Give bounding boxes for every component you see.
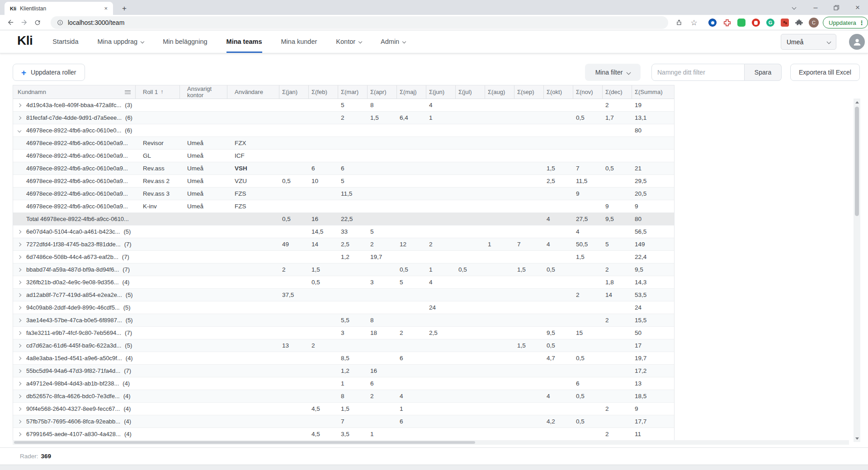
back-button[interactable] <box>4 16 17 29</box>
window-restore-button[interactable] <box>826 0 847 15</box>
vertical-scrollbar-thumb[interactable] <box>855 107 859 216</box>
row-expander[interactable] <box>13 365 25 377</box>
client-name[interactable]: 4a8e3aba-15ed-4541-a9e6-a50c9f...(4) <box>25 352 136 364</box>
horizontal-scrollbar-thumb[interactable] <box>14 441 475 444</box>
column-header-summa[interactable]: Σ(Summa) <box>632 85 675 99</box>
nav-item-admin[interactable]: Admin <box>381 30 406 53</box>
row-expander[interactable] <box>13 263 25 276</box>
window-close-button[interactable]: × <box>847 0 868 15</box>
chrome-update-button[interactable]: Uppdatera ⋮ <box>823 17 868 28</box>
evernote-extension-icon[interactable] <box>735 15 748 30</box>
vertical-scrollbar[interactable] <box>854 99 860 442</box>
column-header-kontor[interactable]: Ansvarigt kontor <box>180 85 227 99</box>
client-name[interactable]: 81fecfaf-c7de-4dde-9d91-d7a5eee...(6) <box>25 112 136 124</box>
nav-item-mina-kunder[interactable]: Mina kunder <box>281 30 317 53</box>
user-avatar[interactable] <box>849 34 865 50</box>
url-field[interactable]: localhost:3000/team <box>51 16 668 29</box>
column-header-okt[interactable]: Σ(okt) <box>544 85 573 99</box>
export-excel-button[interactable]: Exportera till Excel <box>790 64 860 81</box>
filter-name-input[interactable]: Namnge ditt filter <box>651 64 745 81</box>
column-header-dec[interactable]: Σ(dec) <box>603 85 632 99</box>
onepassword-extension-icon[interactable] <box>706 15 719 30</box>
horizontal-scrollbar[interactable] <box>13 440 849 445</box>
column-header-jan[interactable]: Σ(jan) <box>279 85 309 99</box>
row-expander[interactable] <box>13 377 25 390</box>
column-header-sep[interactable]: Σ(sep) <box>514 85 544 99</box>
client-name[interactable]: ad12ab8f-7c77-419d-a854-e2ea2e...(5) <box>25 289 136 301</box>
grammarly-extension-icon[interactable]: G <box>764 15 777 30</box>
scroll-up-arrow[interactable] <box>854 99 860 106</box>
column-header-maj[interactable]: Σ(maj) <box>397 85 426 99</box>
office-select[interactable]: Umeå <box>781 34 836 50</box>
client-name[interactable]: 6e07d4a0-5104-4ca0-a461-b423c...(5) <box>25 226 136 238</box>
client-name[interactable]: 326fb21b-d0a2-4e9c-9e08-9d356...(4) <box>25 276 136 288</box>
nav-item-kontor[interactable]: Kontor <box>336 30 362 53</box>
forward-button[interactable] <box>17 16 31 29</box>
row-expander[interactable] <box>13 112 25 124</box>
row-expander[interactable] <box>13 428 25 440</box>
column-header-jul[interactable]: Σ(jul) <box>456 85 485 99</box>
column-header-roll[interactable]: Roll 1 ↑ <box>136 85 180 99</box>
profile-avatar-icon[interactable]: C <box>807 15 820 30</box>
health-extension-icon[interactable] <box>721 15 733 30</box>
column-header-kundnamn[interactable]: Kundnamn <box>13 85 136 99</box>
column-header-apr[interactable]: Σ(apr) <box>368 85 397 99</box>
window-minimize-button[interactable]: – <box>805 0 826 15</box>
row-expander[interactable] <box>13 276 25 288</box>
column-menu-icon[interactable] <box>125 89 131 95</box>
row-expander[interactable] <box>13 390 25 402</box>
row-expander[interactable] <box>13 314 25 326</box>
column-header-aug[interactable]: Σ(aug) <box>485 85 514 99</box>
browser-menu-icon[interactable]: ⋮ <box>859 19 865 26</box>
row-expander[interactable] <box>13 415 25 428</box>
extensions-puzzle-icon[interactable] <box>793 15 805 30</box>
nav-item-mina-uppdrag[interactable]: Mina uppdrag <box>98 30 144 53</box>
row-expander[interactable] <box>13 352 25 364</box>
nav-item-startsida[interactable]: Startsida <box>52 30 78 53</box>
client-name[interactable]: 4d19c43a-fce8-409f-bbaa-472a8fc...(3) <box>25 99 136 111</box>
client-name[interactable]: 46978ece-8922-4fb6-a9cc-0610e0...(6) <box>25 124 136 136</box>
nav-item-min-bel-ggning[interactable]: Min beläggning <box>163 30 207 53</box>
row-expander[interactable] <box>13 124 25 136</box>
client-name[interactable]: 57fb75b7-7695-4606-8fca-92eabb...(4) <box>25 415 136 428</box>
client-name[interactable]: bbabd74f-a59a-487d-bf9a-8d94f6...(7) <box>25 263 136 276</box>
column-header-jun[interactable]: Σ(jun) <box>426 85 456 99</box>
client-name[interactable]: 6d7486ce-508b-44c4-a673-eaf2b...(7) <box>25 251 136 263</box>
update-roles-button[interactable]: + Uppdatera roller <box>13 64 85 81</box>
client-name[interactable]: 7272dfd4-1f38-4745-ba23-ff81dde...(7) <box>25 238 136 250</box>
save-filter-button[interactable]: Spara <box>745 64 782 81</box>
client-name[interactable]: 67991645-aede-4107-a830-4a428...(4) <box>25 428 136 440</box>
column-header-nov[interactable]: Σ(nov) <box>573 85 603 99</box>
row-expander[interactable] <box>13 403 25 415</box>
client-name[interactable]: a49712e4-98b4-4d43-ab1b-bf238...(4) <box>25 377 136 390</box>
tab-close-icon[interactable]: × <box>102 5 109 12</box>
row-expander[interactable] <box>13 289 25 301</box>
row-expander[interactable] <box>13 251 25 263</box>
scroll-down-arrow[interactable] <box>854 435 860 442</box>
column-header-feb[interactable]: Σ(feb) <box>309 85 338 99</box>
tab-search-icon[interactable] <box>783 0 804 15</box>
client-name[interactable]: cd7d62ac-61d6-445f-ba9c-622a3d...(5) <box>25 339 136 352</box>
row-expander[interactable] <box>13 238 25 250</box>
my-filters-button[interactable]: Mina filter <box>585 64 641 81</box>
app-logo[interactable]: Kli <box>17 33 33 53</box>
new-tab-button[interactable]: + <box>118 3 130 14</box>
column-header-anvandare[interactable]: Användare <box>227 85 279 99</box>
nav-item-mina-teams[interactable]: Mina teams <box>226 30 262 53</box>
row-expander[interactable] <box>13 301 25 314</box>
row-expander[interactable] <box>13 339 25 352</box>
column-header-mar[interactable]: Σ(mar) <box>338 85 368 99</box>
browser-tab[interactable]: Kli Klientlistan × <box>5 2 113 15</box>
share-icon[interactable] <box>673 15 685 30</box>
row-expander[interactable] <box>13 226 25 238</box>
reload-button[interactable] <box>31 16 44 29</box>
red-grid-extension-icon[interactable] <box>778 15 791 30</box>
row-expander[interactable] <box>13 327 25 339</box>
bookmark-star-icon[interactable]: ☆ <box>688 15 700 30</box>
client-name[interactable]: 94c09ab8-2ddf-4de9-899c-46cdf5...(5) <box>25 301 136 314</box>
blocker-extension-icon[interactable] <box>750 15 762 30</box>
client-name[interactable]: 55bc5d94-94a6-47d3-9f82-71fa4d...(7) <box>25 365 136 377</box>
client-name[interactable]: fa3e3211-e9b7-4fcf-9c80-7eb5694...(7) <box>25 327 136 339</box>
client-name[interactable]: 90f4e568-2640-4327-8ee9-fecc67...(4) <box>25 403 136 415</box>
client-name[interactable]: 3ae14e43-57be-47ca-b0e5-6f8987...(5) <box>25 314 136 326</box>
